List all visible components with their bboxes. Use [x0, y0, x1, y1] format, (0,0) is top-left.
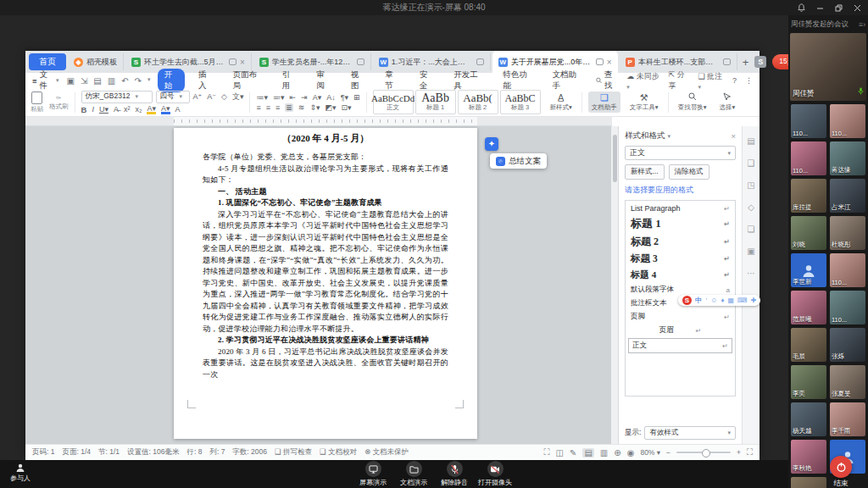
zoom-level[interactable]: 80% ▾ — [640, 448, 660, 457]
styles-tab-icon[interactable]: ▤ — [747, 136, 754, 146]
chevron-down-icon[interactable]: ▾ — [668, 133, 671, 140]
text-tool-button[interactable]: ⚒ 文字工具▾ — [626, 92, 662, 113]
clear-format-icon[interactable]: ◇ — [221, 92, 227, 101]
style-entry[interactable]: 标题 2↵ — [626, 233, 735, 251]
save-icon[interactable]: ▣ — [66, 76, 74, 86]
underline-button[interactable]: U▾ — [99, 105, 108, 114]
line-spacing-icon[interactable]: ⇕▾ — [309, 103, 320, 112]
clipart-tab-icon[interactable]: ◳ — [747, 180, 754, 190]
doc-share-button[interactable]: 文档演示 — [396, 461, 431, 487]
decrease-indent-icon[interactable]: ⇤ — [290, 93, 297, 102]
font-size-select[interactable]: 四号▾ — [156, 91, 190, 103]
speaker-video[interactable]: 周佳赟 — [790, 33, 866, 101]
document-page[interactable]: （2020 年 4 月-5 月） 各学院（单位）党委、党总支，各基层党支部： 4… — [174, 128, 477, 439]
phonetic-icon[interactable]: 文▾ — [232, 92, 244, 103]
tab-sheet-2[interactable]: S 学生党员名册-...年12月31日 — [253, 53, 371, 70]
participant-tile[interactable]: 杨天越 — [791, 402, 826, 436]
page-view-icon[interactable]: ▤ — [582, 448, 593, 458]
export-icon[interactable]: ⇲ — [81, 76, 87, 86]
font-name-select[interactable]: 仿宋_GB2312▾ — [81, 91, 153, 103]
style-normal[interactable]: AaBbCcDd 正文 — [373, 90, 414, 114]
status-word-count[interactable]: 字数: 2006 — [232, 447, 267, 458]
number-list-icon[interactable]: ≕▾ — [273, 93, 285, 102]
doc-assistant-button[interactable]: ❏ 文档助手 — [588, 92, 620, 113]
char-shading-button[interactable]: A — [175, 105, 181, 114]
fit-page-icon[interactable]: ⛶ — [747, 447, 753, 458]
zoom-in-button[interactable]: + — [737, 448, 741, 457]
protection-status[interactable]: ⊗ 文档未保护 — [364, 447, 409, 458]
menu-special-features[interactable]: 特色功能 — [497, 69, 538, 92]
increase-font-icon[interactable]: A⁺ — [193, 92, 203, 101]
shading-icon[interactable]: ◩▾ — [325, 103, 336, 112]
undo-icon[interactable]: ↶ — [121, 76, 128, 86]
style-entry[interactable]: List Paragraph↵ — [626, 202, 735, 214]
participant-tile[interactable]: 张烁 — [830, 328, 865, 362]
participant-tile[interactable] — [791, 477, 826, 488]
shapes-tab-icon[interactable]: ◇ — [748, 202, 754, 212]
tab-ppt-1[interactable]: P 本科生工楼环...支部文部大会 — [620, 53, 737, 70]
style-entry-selected[interactable]: 正文↵ — [628, 338, 732, 353]
table-icon[interactable]: ⊞ — [353, 93, 360, 102]
align-left-icon[interactable]: ≡ — [256, 103, 260, 112]
spell-check-toggle[interactable]: ❑ 拼写检查 — [275, 447, 312, 458]
notification-bell-icon[interactable] — [798, 3, 805, 12]
participant-tile[interactable]: 110... — [830, 253, 865, 287]
menu-dev-tools[interactable]: 开发工具 — [448, 69, 489, 92]
ime-keyboard-icon[interactable]: ⌨ — [737, 297, 748, 304]
font-color-button[interactable]: A▾ — [161, 105, 170, 114]
superscript-button[interactable]: x² — [124, 105, 131, 114]
participant-tile[interactable]: 刘晓 — [791, 216, 826, 250]
menu-page-layout[interactable]: 页面布局 — [227, 69, 269, 92]
participant-tile[interactable]: 李千雨 — [830, 402, 865, 436]
participants-button[interactable]: 参与人 — [10, 463, 31, 483]
participant-tile[interactable]: 李奕 — [791, 365, 826, 399]
web-view-icon[interactable]: ▥ — [600, 448, 608, 458]
participant-tile[interactable]: 110... — [791, 104, 826, 138]
restore-icon[interactable] — [835, 4, 843, 12]
help-icon[interactable]: ? — [732, 76, 737, 85]
zoom-slider-knob[interactable] — [702, 449, 710, 458]
participant-tile[interactable]: 110... — [791, 141, 826, 175]
style-entry[interactable]: 页脚↵ — [626, 310, 735, 324]
participant-tile[interactable]: 张夏旻 — [830, 365, 865, 399]
ai-summary-pill[interactable]: ⌾ 总结文案 — [490, 153, 547, 169]
outline-view-icon[interactable]: ◫ — [556, 448, 564, 458]
tab-close-icon[interactable]: × — [607, 58, 612, 67]
zoom-slider[interactable] — [676, 452, 731, 453]
style-entry[interactable]: 标题 1↵ — [626, 214, 735, 233]
preview-icon[interactable]: ▥ — [108, 76, 115, 86]
tab-docer-templates[interactable]: ◆ 稻壳模板 — [68, 53, 124, 70]
fullscreen-view-icon[interactable]: ⛶ — [544, 447, 550, 458]
tab-sheet-1[interactable]: S 环土学生去向截...5月 7日更新 × — [125, 53, 252, 70]
collapse-sidebar-icon[interactable]: ≡› — [859, 20, 865, 29]
zoom-out-button[interactable]: − — [666, 448, 670, 457]
document-canvas[interactable]: （2020 年 4 月-5 月） 各学院（单位）党委、党总支，各基层党支部： 4… — [25, 126, 611, 444]
align-right-icon[interactable]: ≡ — [275, 103, 280, 112]
menu-view[interactable]: 视图 — [345, 69, 372, 92]
ime-punct-icon[interactable]: ’ — [706, 297, 708, 304]
italic-button[interactable]: I — [92, 105, 94, 114]
participant-tile[interactable]: 蒋达缘 — [830, 141, 865, 175]
participant-tile[interactable]: 范晨曦 — [791, 291, 826, 324]
sogou-logo-icon[interactable]: S — [682, 296, 692, 305]
paste-button[interactable]: 粘贴 — [31, 92, 43, 114]
participant-tile[interactable]: 李秋艳 — [791, 440, 826, 474]
menu-insert[interactable]: 插入 — [192, 69, 220, 92]
find-replace-button[interactable]: 查找替换▾ — [675, 92, 710, 113]
participant-tile[interactable]: 110... — [830, 291, 865, 324]
ai-assistant-icon[interactable]: ✦ — [485, 137, 498, 151]
ime-board-icon[interactable]: ▦ — [728, 297, 735, 304]
new-style-panel-button[interactable]: 新样式... — [625, 164, 665, 180]
new-style-button[interactable]: A̲ 新样式▾ — [547, 92, 576, 113]
menu-review[interactable]: 审阅 — [310, 69, 337, 92]
show-marks-icon[interactable]: ¶▾ — [341, 93, 348, 102]
participant-tile[interactable]: 库拉提 — [791, 179, 826, 213]
screen-share-button[interactable]: 屏幕演示 — [355, 461, 391, 487]
eye-protect-icon[interactable]: ◉ — [627, 448, 635, 458]
select-button[interactable]: 选择▾ — [715, 92, 738, 113]
participant-tile[interactable]: 110... — [830, 104, 865, 138]
style-heading3[interactable]: AaBbC 标题 3 — [500, 90, 541, 114]
proofing-toggle[interactable]: ❑ 文档校对 — [320, 447, 357, 458]
current-style-select[interactable]: 正文▾ — [625, 146, 736, 160]
participant-tile[interactable]: 毛晨 — [791, 328, 826, 362]
